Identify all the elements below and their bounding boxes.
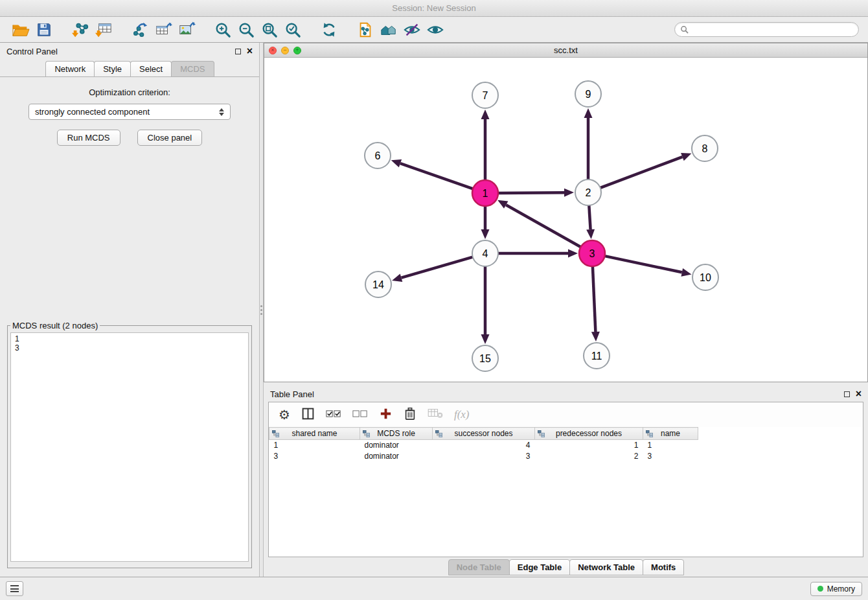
first-neighbors-button[interactable] [377, 19, 400, 40]
graph-edge-3-11[interactable] [591, 266, 600, 341]
column-header-name[interactable]: name [643, 428, 698, 440]
table-cell[interactable]: 3 [643, 451, 698, 462]
graph-edge-2-9[interactable] [584, 108, 593, 179]
table-cell[interactable]: 3 [433, 451, 535, 462]
new-network-button[interactable] [354, 19, 377, 40]
table-row[interactable]: 3dominator323 [269, 451, 863, 462]
table-body: 1dominator4113dominator323 [269, 440, 863, 462]
graph-node-3[interactable]: 3 [579, 240, 605, 266]
tab-network[interactable]: Network [45, 61, 95, 76]
open-session-button[interactable] [9, 19, 32, 40]
graph-edge-2-3[interactable] [586, 205, 595, 239]
save-floppy-icon [36, 21, 52, 38]
refresh-layout-button[interactable] [317, 19, 341, 40]
zoom-in-icon [214, 21, 231, 38]
delete-column-button[interactable] [428, 408, 443, 422]
memory-button[interactable]: Memory [810, 582, 862, 596]
zoom-fit-button[interactable] [258, 19, 281, 40]
graph-edge-4-3[interactable] [498, 249, 578, 258]
zoom-in-button[interactable] [211, 19, 234, 40]
table-cell[interactable]: 1 [643, 440, 698, 451]
close-panel-icon[interactable]: × [247, 46, 253, 56]
close-table-panel-icon[interactable]: × [856, 389, 862, 399]
tab-motifs[interactable]: Motifs [643, 559, 684, 575]
graph-edge-1-2[interactable] [498, 189, 574, 197]
graph-edge-4-15[interactable] [481, 266, 490, 344]
panel-splitter[interactable] [259, 43, 264, 577]
graph-node-15[interactable]: 15 [472, 345, 498, 371]
column-header-successor-nodes[interactable]: successor nodes [433, 428, 535, 440]
deselect-all-columns-button[interactable] [352, 409, 368, 421]
tab-network-table[interactable]: Network Table [569, 559, 643, 575]
memory-status-icon [817, 586, 823, 592]
criterion-dropdown[interactable]: strongly connected component [29, 104, 231, 120]
save-session-button[interactable] [32, 19, 56, 40]
import-network-button[interactable] [69, 19, 92, 40]
graph-edge-1-7[interactable] [481, 110, 490, 180]
table-cell[interactable]: dominator [360, 451, 433, 462]
delete-row-button[interactable] [404, 406, 417, 423]
float-table-panel-icon[interactable] [844, 391, 850, 397]
select-all-columns-button[interactable] [326, 409, 341, 421]
table-row[interactable]: 1dominator411 [269, 440, 863, 451]
graph-node-6[interactable]: 6 [365, 143, 391, 168]
window-titlebar: Session: New Session [0, 0, 868, 17]
graph-node-9[interactable]: 9 [575, 81, 601, 107]
graph-node-10[interactable]: 10 [692, 264, 718, 290]
import-table-button[interactable] [92, 19, 115, 40]
column-header-MCDS-role[interactable]: MCDS role [360, 428, 433, 440]
graph-edge-2-8[interactable] [600, 153, 692, 188]
maximize-window-icon[interactable]: + [293, 47, 301, 54]
tab-select[interactable]: Select [130, 61, 172, 76]
show-details-button[interactable] [424, 19, 447, 40]
table-cell[interactable]: 1 [269, 440, 360, 451]
search-input[interactable] [692, 25, 853, 34]
table-settings-button[interactable]: ⚙ [279, 408, 290, 421]
network-window-titlebar[interactable]: × − + scc.txt [264, 43, 867, 58]
graph-edge-1-6[interactable] [391, 159, 473, 189]
function-builder-button[interactable]: f(x) [454, 408, 470, 421]
graph-edge-3-10[interactable] [605, 256, 692, 277]
status-menu-button[interactable] [6, 581, 23, 596]
export-table-button[interactable] [152, 19, 175, 40]
column-header-predecessor-nodes[interactable]: predecessor nodes [535, 428, 643, 440]
graph-node-7[interactable]: 7 [472, 82, 498, 108]
graph-node-14[interactable]: 14 [365, 271, 391, 297]
run-mcds-button[interactable]: Run MCDS [57, 130, 120, 146]
node-table[interactable]: shared nameMCDS rolesuccessor nodesprede… [269, 427, 863, 557]
table-cell[interactable]: 2 [535, 451, 643, 462]
zoom-selected-button[interactable] [281, 19, 304, 40]
export-table-icon [154, 21, 172, 38]
tab-edge-table[interactable]: Edge Table [509, 559, 570, 575]
table-cell[interactable]: 3 [269, 451, 360, 462]
table-cell[interactable]: 4 [433, 440, 535, 451]
hide-selected-button[interactable] [400, 19, 424, 40]
tab-style[interactable]: Style [94, 61, 131, 76]
column-header-shared-name[interactable]: shared name [269, 428, 360, 440]
export-image-button[interactable] [175, 19, 198, 40]
create-column-button[interactable] [379, 407, 393, 423]
export-network-button[interactable] [128, 19, 152, 40]
tab-node-table[interactable]: Node Table [448, 559, 510, 575]
float-panel-icon[interactable] [235, 49, 241, 54]
graph-node-1[interactable]: 1 [472, 180, 498, 206]
mcds-result-title: MCDS result (2 nodes) [10, 321, 100, 330]
table-cell[interactable]: dominator [360, 440, 433, 451]
network-canvas[interactable]: 7968124314101511 [264, 58, 867, 382]
graph-edge-3-1[interactable] [497, 200, 580, 247]
tab-mcds[interactable]: MCDS [171, 61, 214, 76]
network-graph[interactable]: 7968124314101511 [264, 58, 867, 382]
graph-edge-1-4[interactable] [481, 206, 490, 239]
graph-node-11[interactable]: 11 [584, 343, 610, 369]
graph-node-4[interactable]: 4 [472, 240, 498, 266]
show-columns-button[interactable] [301, 407, 315, 423]
minimize-window-icon[interactable]: − [281, 47, 289, 54]
graph-node-2[interactable]: 2 [575, 179, 601, 205]
close-window-icon[interactable]: × [269, 47, 277, 54]
toolbar-search[interactable] [674, 22, 859, 37]
graph-node-8[interactable]: 8 [692, 135, 718, 161]
close-panel-button[interactable]: Close panel [137, 130, 203, 146]
table-cell[interactable]: 1 [535, 440, 643, 451]
graph-edge-4-14[interactable] [392, 257, 473, 282]
zoom-out-button[interactable] [234, 19, 258, 40]
